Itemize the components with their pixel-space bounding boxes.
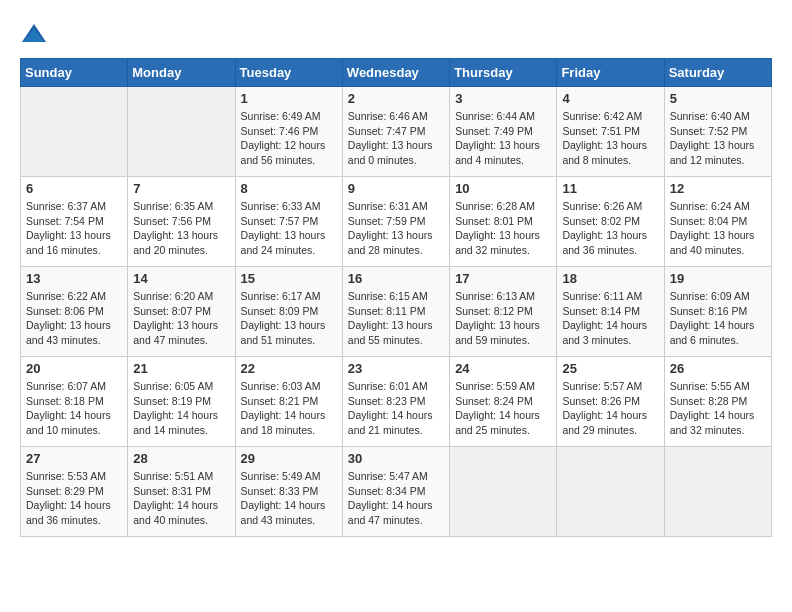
calendar-cell: 11Sunrise: 6:26 AM Sunset: 8:02 PM Dayli… [557, 177, 664, 267]
calendar-cell: 4Sunrise: 6:42 AM Sunset: 7:51 PM Daylig… [557, 87, 664, 177]
calendar-header-cell: Saturday [664, 59, 771, 87]
day-info: Sunrise: 6:33 AM Sunset: 7:57 PM Dayligh… [241, 199, 337, 258]
day-number: 27 [26, 451, 122, 466]
day-info: Sunrise: 6:28 AM Sunset: 8:01 PM Dayligh… [455, 199, 551, 258]
day-info: Sunrise: 6:03 AM Sunset: 8:21 PM Dayligh… [241, 379, 337, 438]
calendar-header-row: SundayMondayTuesdayWednesdayThursdayFrid… [21, 59, 772, 87]
calendar-week-row: 13Sunrise: 6:22 AM Sunset: 8:06 PM Dayli… [21, 267, 772, 357]
day-number: 19 [670, 271, 766, 286]
day-info: Sunrise: 5:47 AM Sunset: 8:34 PM Dayligh… [348, 469, 444, 528]
calendar-table: SundayMondayTuesdayWednesdayThursdayFrid… [20, 58, 772, 537]
calendar-cell: 16Sunrise: 6:15 AM Sunset: 8:11 PM Dayli… [342, 267, 449, 357]
day-info: Sunrise: 5:51 AM Sunset: 8:31 PM Dayligh… [133, 469, 229, 528]
calendar-cell: 27Sunrise: 5:53 AM Sunset: 8:29 PM Dayli… [21, 447, 128, 537]
day-number: 11 [562, 181, 658, 196]
calendar-cell [21, 87, 128, 177]
day-number: 9 [348, 181, 444, 196]
calendar-cell: 10Sunrise: 6:28 AM Sunset: 8:01 PM Dayli… [450, 177, 557, 267]
calendar-cell: 15Sunrise: 6:17 AM Sunset: 8:09 PM Dayli… [235, 267, 342, 357]
calendar-cell: 7Sunrise: 6:35 AM Sunset: 7:56 PM Daylig… [128, 177, 235, 267]
calendar-cell: 12Sunrise: 6:24 AM Sunset: 8:04 PM Dayli… [664, 177, 771, 267]
day-number: 16 [348, 271, 444, 286]
day-info: Sunrise: 6:07 AM Sunset: 8:18 PM Dayligh… [26, 379, 122, 438]
day-info: Sunrise: 5:53 AM Sunset: 8:29 PM Dayligh… [26, 469, 122, 528]
day-number: 20 [26, 361, 122, 376]
calendar-cell: 18Sunrise: 6:11 AM Sunset: 8:14 PM Dayli… [557, 267, 664, 357]
day-number: 25 [562, 361, 658, 376]
calendar-cell: 23Sunrise: 6:01 AM Sunset: 8:23 PM Dayli… [342, 357, 449, 447]
calendar-header-cell: Sunday [21, 59, 128, 87]
day-info: Sunrise: 6:31 AM Sunset: 7:59 PM Dayligh… [348, 199, 444, 258]
calendar-header-cell: Wednesday [342, 59, 449, 87]
day-number: 17 [455, 271, 551, 286]
day-info: Sunrise: 6:24 AM Sunset: 8:04 PM Dayligh… [670, 199, 766, 258]
day-info: Sunrise: 6:15 AM Sunset: 8:11 PM Dayligh… [348, 289, 444, 348]
calendar-cell [557, 447, 664, 537]
calendar-cell: 28Sunrise: 5:51 AM Sunset: 8:31 PM Dayli… [128, 447, 235, 537]
calendar-cell: 1Sunrise: 6:49 AM Sunset: 7:46 PM Daylig… [235, 87, 342, 177]
calendar-cell: 3Sunrise: 6:44 AM Sunset: 7:49 PM Daylig… [450, 87, 557, 177]
day-number: 10 [455, 181, 551, 196]
calendar-cell: 14Sunrise: 6:20 AM Sunset: 8:07 PM Dayli… [128, 267, 235, 357]
calendar-cell: 5Sunrise: 6:40 AM Sunset: 7:52 PM Daylig… [664, 87, 771, 177]
day-info: Sunrise: 6:49 AM Sunset: 7:46 PM Dayligh… [241, 109, 337, 168]
day-number: 26 [670, 361, 766, 376]
calendar-header-cell: Tuesday [235, 59, 342, 87]
day-number: 23 [348, 361, 444, 376]
day-info: Sunrise: 6:42 AM Sunset: 7:51 PM Dayligh… [562, 109, 658, 168]
day-info: Sunrise: 6:44 AM Sunset: 7:49 PM Dayligh… [455, 109, 551, 168]
day-info: Sunrise: 6:22 AM Sunset: 8:06 PM Dayligh… [26, 289, 122, 348]
day-number: 4 [562, 91, 658, 106]
day-info: Sunrise: 6:09 AM Sunset: 8:16 PM Dayligh… [670, 289, 766, 348]
calendar-week-row: 6Sunrise: 6:37 AM Sunset: 7:54 PM Daylig… [21, 177, 772, 267]
calendar-cell: 29Sunrise: 5:49 AM Sunset: 8:33 PM Dayli… [235, 447, 342, 537]
day-info: Sunrise: 5:55 AM Sunset: 8:28 PM Dayligh… [670, 379, 766, 438]
day-number: 28 [133, 451, 229, 466]
day-info: Sunrise: 5:57 AM Sunset: 8:26 PM Dayligh… [562, 379, 658, 438]
calendar-cell: 9Sunrise: 6:31 AM Sunset: 7:59 PM Daylig… [342, 177, 449, 267]
day-info: Sunrise: 6:35 AM Sunset: 7:56 PM Dayligh… [133, 199, 229, 258]
day-number: 13 [26, 271, 122, 286]
day-number: 14 [133, 271, 229, 286]
calendar-cell [128, 87, 235, 177]
calendar-header-cell: Friday [557, 59, 664, 87]
logo [20, 20, 52, 48]
day-info: Sunrise: 6:20 AM Sunset: 8:07 PM Dayligh… [133, 289, 229, 348]
calendar-cell: 30Sunrise: 5:47 AM Sunset: 8:34 PM Dayli… [342, 447, 449, 537]
page-header [20, 20, 772, 48]
calendar-cell: 19Sunrise: 6:09 AM Sunset: 8:16 PM Dayli… [664, 267, 771, 357]
logo-icon [20, 20, 48, 48]
day-info: Sunrise: 6:13 AM Sunset: 8:12 PM Dayligh… [455, 289, 551, 348]
calendar-cell [450, 447, 557, 537]
day-number: 2 [348, 91, 444, 106]
calendar-week-row: 20Sunrise: 6:07 AM Sunset: 8:18 PM Dayli… [21, 357, 772, 447]
calendar-cell: 20Sunrise: 6:07 AM Sunset: 8:18 PM Dayli… [21, 357, 128, 447]
day-number: 24 [455, 361, 551, 376]
day-info: Sunrise: 5:49 AM Sunset: 8:33 PM Dayligh… [241, 469, 337, 528]
day-info: Sunrise: 6:40 AM Sunset: 7:52 PM Dayligh… [670, 109, 766, 168]
day-number: 8 [241, 181, 337, 196]
day-number: 1 [241, 91, 337, 106]
day-info: Sunrise: 6:05 AM Sunset: 8:19 PM Dayligh… [133, 379, 229, 438]
day-info: Sunrise: 6:37 AM Sunset: 7:54 PM Dayligh… [26, 199, 122, 258]
calendar-cell: 8Sunrise: 6:33 AM Sunset: 7:57 PM Daylig… [235, 177, 342, 267]
day-info: Sunrise: 6:26 AM Sunset: 8:02 PM Dayligh… [562, 199, 658, 258]
calendar-cell: 6Sunrise: 6:37 AM Sunset: 7:54 PM Daylig… [21, 177, 128, 267]
day-number: 15 [241, 271, 337, 286]
calendar-cell: 2Sunrise: 6:46 AM Sunset: 7:47 PM Daylig… [342, 87, 449, 177]
calendar-cell: 24Sunrise: 5:59 AM Sunset: 8:24 PM Dayli… [450, 357, 557, 447]
calendar-week-row: 1Sunrise: 6:49 AM Sunset: 7:46 PM Daylig… [21, 87, 772, 177]
day-number: 30 [348, 451, 444, 466]
day-info: Sunrise: 5:59 AM Sunset: 8:24 PM Dayligh… [455, 379, 551, 438]
day-number: 6 [26, 181, 122, 196]
calendar-cell: 22Sunrise: 6:03 AM Sunset: 8:21 PM Dayli… [235, 357, 342, 447]
calendar-cell [664, 447, 771, 537]
calendar-cell: 25Sunrise: 5:57 AM Sunset: 8:26 PM Dayli… [557, 357, 664, 447]
day-number: 3 [455, 91, 551, 106]
calendar-header-cell: Thursday [450, 59, 557, 87]
calendar-body: 1Sunrise: 6:49 AM Sunset: 7:46 PM Daylig… [21, 87, 772, 537]
calendar-cell: 17Sunrise: 6:13 AM Sunset: 8:12 PM Dayli… [450, 267, 557, 357]
day-number: 5 [670, 91, 766, 106]
day-number: 29 [241, 451, 337, 466]
day-number: 22 [241, 361, 337, 376]
